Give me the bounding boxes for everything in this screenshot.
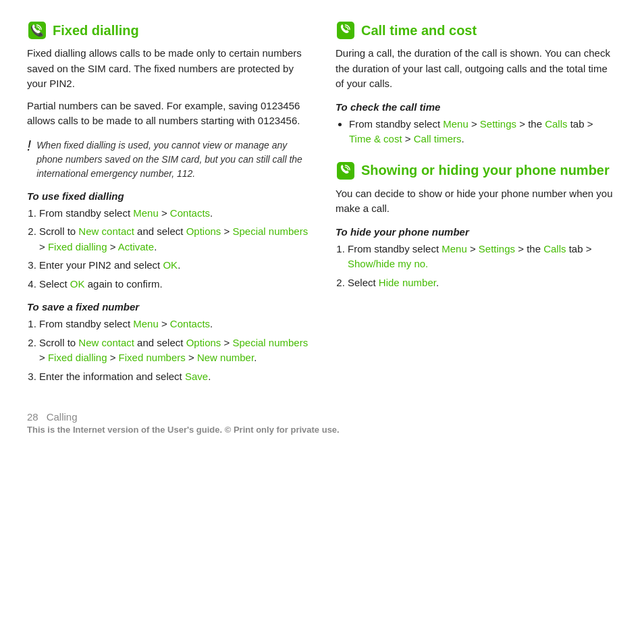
fixed-dialling-para2: Partial numbers can be saved. For exampl… [27, 99, 308, 129]
menu-link-r1: Menu [443, 118, 468, 130]
fixed-dialling-link-1: Fixed dialling [48, 241, 107, 252]
time-cost-link: Time & cost [349, 133, 402, 144]
new-contact-link-1: New contact [78, 225, 134, 237]
contacts-link-1: Contacts [170, 207, 210, 219]
fixed-dialling-link-2: Fixed dialling [48, 352, 107, 363]
disclaimer-text: This is the Internet version of the User… [27, 425, 340, 435]
use-fixed-dialling-steps: From standby select Menu > Contacts. Scr… [39, 206, 308, 292]
options-link-1: Options [186, 225, 221, 237]
new-number-link: New number [197, 352, 254, 363]
special-numbers-link-1: Special numbers [232, 225, 308, 237]
save-step-2: Scroll to New contact and select Options… [39, 336, 308, 366]
menu-link-r2: Menu [441, 243, 467, 254]
check-call-time-title: To check the call time [336, 101, 617, 113]
calls-tab-link-r2: Calls [543, 243, 566, 254]
save-step-1: From standby select Menu > Contacts. [39, 317, 308, 332]
calls-tab-link-r1: Calls [545, 118, 567, 130]
hide-step-2: Select Hide number. [348, 275, 617, 291]
hide-number-link: Hide number [379, 277, 436, 288]
settings-link-r2: Settings [479, 243, 515, 254]
check-call-time-step: From standby select Menu > Settings > th… [349, 117, 617, 147]
show-hide-heading: Showing or hiding your phone number [361, 163, 610, 178]
step-1: From standby select Menu > Contacts. [39, 206, 308, 221]
settings-link-r1: Settings [480, 118, 516, 130]
warning-block: ! When fixed dialling is used, you canno… [27, 138, 308, 181]
ok-link-1: OK [163, 259, 178, 271]
menu-link-1: Menu [133, 207, 159, 219]
left-column: 📞 Fixed dialling Fixed dialling allows c… [27, 20, 308, 391]
call-time-para1: During a call, the duration of the call … [336, 46, 617, 92]
hide-step-1: From standby select Menu > Settings > th… [348, 242, 617, 272]
show-hide-para1: You can decide to show or hide your phon… [336, 186, 617, 217]
hide-phone-number-title: To hide your phone number [336, 226, 617, 238]
use-fixed-dialling-title: To use fixed dialling [27, 190, 308, 202]
options-link-2: Options [186, 337, 221, 348]
save-fixed-number-steps: From standby select Menu > Contacts. Scr… [39, 317, 308, 384]
special-numbers-link-2: Special numbers [232, 337, 308, 348]
contacts-link-2: Contacts [170, 318, 210, 329]
warning-dot-icon: ! [27, 137, 31, 181]
step-2: Scroll to New contact and select Options… [39, 224, 308, 254]
show-hide-title-block: Showing or hiding your phone number [336, 161, 617, 181]
footer-disclaimer: This is the Internet version of the User… [27, 425, 617, 435]
check-call-time-list: From standby select Menu > Settings > th… [349, 117, 617, 147]
fixed-numbers-link: Fixed numbers [119, 352, 186, 363]
warning-text: When fixed dialling is used, you cannot … [36, 138, 308, 181]
step-4: Select OK again to confirm. [39, 277, 308, 292]
fixed-dialling-title-block: 📞 Fixed dialling [27, 20, 308, 41]
call-time-title-block: Call time and cost [336, 20, 617, 41]
call-timers-link: Call timers [414, 133, 462, 144]
ok-link-2: OK [70, 278, 85, 290]
activate-link-1: Activate [118, 241, 154, 252]
hide-phone-number-steps: From standby select Menu > Settings > th… [348, 242, 617, 291]
show-hide-no-link: Show/hide my no. [348, 258, 428, 269]
fixed-dialling-para1: Fixed dialling allows calls to be made o… [27, 46, 308, 92]
page-layout: 📞 Fixed dialling Fixed dialling allows c… [27, 20, 617, 391]
page-number: 28 [27, 411, 38, 423]
step-3: Enter your PIN2 and select OK. [39, 258, 308, 273]
section-label: Calling [47, 411, 78, 423]
call-time-heading: Call time and cost [361, 23, 477, 38]
phone-icon-right1 [336, 20, 356, 41]
menu-link-2: Menu [133, 318, 159, 329]
phone-icon-left: 📞 [27, 20, 47, 41]
footer: 28 Calling This is the Internet version … [27, 411, 617, 435]
save-link: Save [185, 371, 208, 382]
save-step-3: Enter the information and select Save. [39, 369, 308, 385]
right-column: Call time and cost During a call, the du… [336, 20, 617, 391]
phone-icon-right2 [336, 161, 356, 181]
new-contact-link-2: New contact [78, 337, 134, 348]
fixed-dialling-heading: Fixed dialling [53, 23, 139, 38]
save-fixed-number-title: To save a fixed number [27, 301, 308, 313]
